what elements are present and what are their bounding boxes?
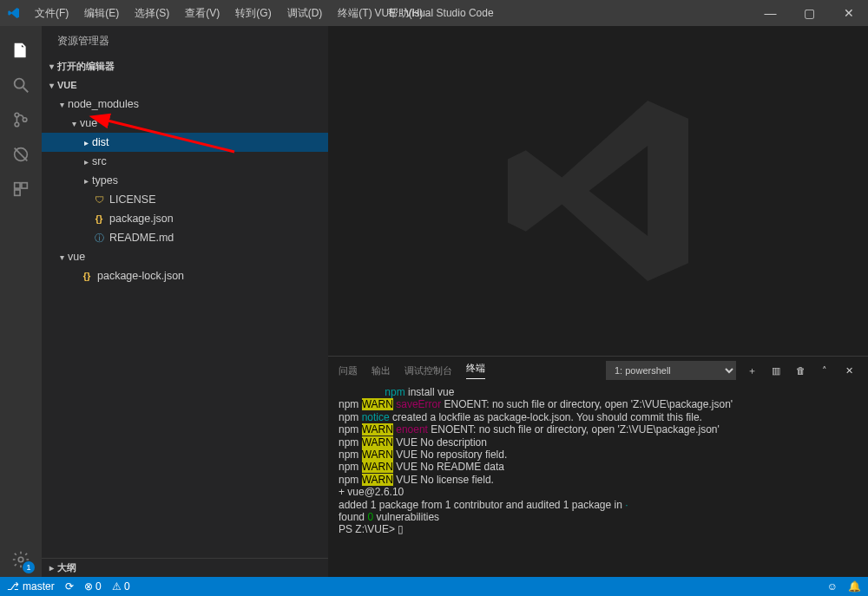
menu-select[interactable]: 选择(S) bbox=[128, 3, 176, 24]
tree-vue-pkg[interactable]: ▾ vue bbox=[42, 114, 328, 133]
status-errors[interactable]: ⊗ 0 bbox=[84, 580, 102, 593]
chevron-down-icon: ▾ bbox=[56, 100, 68, 109]
folder-label: types bbox=[92, 174, 118, 187]
open-editors-label: 打开的编辑器 bbox=[57, 60, 115, 73]
chevron-down-icon: ▾ bbox=[45, 81, 57, 90]
panel-tabs: 问题 输出 调试控制台 终端 1: powershell ＋ ▥ 🗑 ˄ ✕ bbox=[328, 357, 868, 384]
status-notifications[interactable]: 🔔 bbox=[848, 580, 861, 593]
folder-label: vue bbox=[68, 251, 85, 263]
minimize-button[interactable]: — bbox=[751, 0, 790, 26]
project-label: VUE bbox=[57, 80, 77, 90]
editor-panel-area: 问题 输出 调试控制台 终端 1: powershell ＋ ▥ 🗑 ˄ ✕ bbox=[328, 26, 868, 577]
menu-bar: 文件(F) 编辑(E) 选择(S) 查看(V) 转到(G) 调试(D) 终端(T… bbox=[28, 3, 430, 24]
window-title: VUE - Visual Studio Code bbox=[374, 7, 493, 19]
chevron-down-icon: ▾ bbox=[68, 119, 80, 128]
menu-goto[interactable]: 转到(G) bbox=[228, 3, 278, 24]
file-label: package.json bbox=[109, 213, 174, 225]
license-icon: 🛡 bbox=[92, 194, 106, 205]
status-warnings[interactable]: ⚠ 0 bbox=[112, 580, 130, 593]
tree-readme[interactable]: ⓘ README.md bbox=[42, 228, 328, 247]
chevron-right-icon: ▸ bbox=[80, 176, 92, 186]
svg-point-0 bbox=[15, 79, 24, 88]
outline-section[interactable]: ▸ 大纲 bbox=[42, 558, 328, 577]
folder-label: node_modules bbox=[68, 98, 139, 110]
tab-terminal[interactable]: 终端 bbox=[466, 362, 485, 379]
tree-src[interactable]: ▸ src bbox=[42, 152, 328, 171]
tree-package-lock[interactable]: {} package-lock.json bbox=[42, 266, 328, 285]
tab-output[interactable]: 输出 bbox=[372, 364, 391, 377]
json-icon: {} bbox=[92, 213, 106, 224]
editor-empty bbox=[328, 26, 868, 356]
tab-debug-console[interactable]: 调试控制台 bbox=[404, 364, 452, 377]
file-label: README.md bbox=[109, 232, 174, 244]
tab-problems[interactable]: 问题 bbox=[339, 364, 358, 377]
folder-label: src bbox=[92, 155, 107, 167]
activity-search[interactable] bbox=[0, 68, 42, 102]
window-controls: — ▢ ✕ bbox=[751, 0, 868, 26]
explorer-title: 资源管理器 bbox=[42, 26, 328, 56]
panel-maximize-button[interactable]: ˄ bbox=[816, 362, 833, 379]
menu-file[interactable]: 文件(F) bbox=[28, 3, 76, 24]
menu-terminal[interactable]: 终端(T) bbox=[331, 3, 378, 24]
svg-point-2 bbox=[15, 113, 19, 117]
chevron-right-icon: ▸ bbox=[80, 157, 92, 167]
activity-bar: 1 bbox=[0, 26, 42, 577]
panel-close-button[interactable]: ✕ bbox=[840, 362, 858, 379]
tree-package-json[interactable]: {} package.json bbox=[42, 209, 328, 228]
activity-scm[interactable] bbox=[0, 102, 42, 137]
close-button[interactable]: ✕ bbox=[829, 0, 868, 26]
svg-line-1 bbox=[23, 88, 29, 93]
svg-rect-8 bbox=[22, 183, 27, 188]
status-bar: ⎇ master ⟳ ⊗ 0 ⚠ 0 ☺ 🔔 bbox=[0, 577, 868, 596]
tree-types[interactable]: ▸ types bbox=[42, 171, 328, 190]
svg-point-4 bbox=[23, 118, 27, 122]
panel: 问题 输出 调试控制台 终端 1: powershell ＋ ▥ 🗑 ˄ ✕ bbox=[328, 356, 868, 577]
json-icon: {} bbox=[80, 271, 94, 281]
svg-rect-9 bbox=[15, 190, 20, 195]
svg-rect-7 bbox=[15, 183, 20, 188]
tree-license[interactable]: 🛡 LICENSE bbox=[42, 190, 328, 209]
kill-terminal-button[interactable]: 🗑 bbox=[792, 362, 809, 379]
new-terminal-button[interactable]: ＋ bbox=[743, 362, 760, 379]
tree-vue-folder[interactable]: ▾ vue bbox=[42, 247, 328, 266]
folder-label: vue bbox=[80, 117, 97, 129]
activity-settings[interactable]: 1 bbox=[0, 542, 42, 577]
branch-icon: ⎇ bbox=[7, 580, 19, 593]
folder-label: dist bbox=[92, 136, 108, 148]
status-sync[interactable]: ⟳ bbox=[65, 580, 74, 593]
activity-debug[interactable] bbox=[0, 137, 42, 172]
tree-dist[interactable]: ▸ dist bbox=[42, 133, 328, 152]
svg-point-3 bbox=[15, 122, 19, 127]
chevron-right-icon: ▸ bbox=[45, 563, 57, 573]
panel-toolbar: 1: powershell ＋ ▥ 🗑 ˄ ✕ bbox=[606, 361, 858, 380]
chevron-right-icon: ▸ bbox=[80, 138, 92, 147]
activity-extensions[interactable] bbox=[0, 172, 42, 206]
file-label: package-lock.json bbox=[97, 270, 184, 282]
open-editors-section[interactable]: ▾ 打开的编辑器 bbox=[42, 56, 328, 75]
info-icon: ⓘ bbox=[92, 232, 106, 245]
explorer-sidebar: 资源管理器 ▾ 打开的编辑器 ▾ VUE ▾ node_modules ▾ vu… bbox=[42, 26, 328, 577]
chevron-down-icon: ▾ bbox=[45, 62, 57, 71]
explorer-tree: ▾ 打开的编辑器 ▾ VUE ▾ node_modules ▾ vue ▸ bbox=[42, 56, 328, 558]
menu-view[interactable]: 查看(V) bbox=[178, 3, 227, 24]
status-branch-name: master bbox=[23, 580, 55, 593]
file-label: LICENSE bbox=[109, 193, 156, 206]
terminal-select[interactable]: 1: powershell bbox=[606, 361, 736, 380]
menu-edit[interactable]: 编辑(E) bbox=[77, 3, 126, 24]
vscode-icon bbox=[0, 6, 28, 20]
title-bar: 文件(F) 编辑(E) 选择(S) 查看(V) 转到(G) 调试(D) 终端(T… bbox=[0, 0, 868, 26]
svg-point-10 bbox=[18, 557, 23, 562]
terminal-output[interactable]: npm install vuenpm WARN saveError ENOENT… bbox=[328, 384, 868, 577]
status-branch[interactable]: ⎇ master bbox=[7, 580, 55, 593]
split-terminal-button[interactable]: ▥ bbox=[767, 362, 785, 379]
project-section[interactable]: ▾ VUE bbox=[42, 75, 328, 95]
activity-explorer[interactable] bbox=[0, 33, 42, 68]
chevron-down-icon: ▾ bbox=[56, 252, 68, 262]
maximize-button[interactable]: ▢ bbox=[790, 0, 829, 26]
outline-label: 大纲 bbox=[57, 561, 76, 574]
settings-badge: 1 bbox=[23, 561, 35, 573]
tree-node-modules[interactable]: ▾ node_modules bbox=[42, 95, 328, 114]
vscode-watermark-icon bbox=[485, 78, 711, 304]
status-feedback[interactable]: ☺ bbox=[827, 580, 838, 593]
menu-debug[interactable]: 调试(D) bbox=[280, 3, 330, 24]
